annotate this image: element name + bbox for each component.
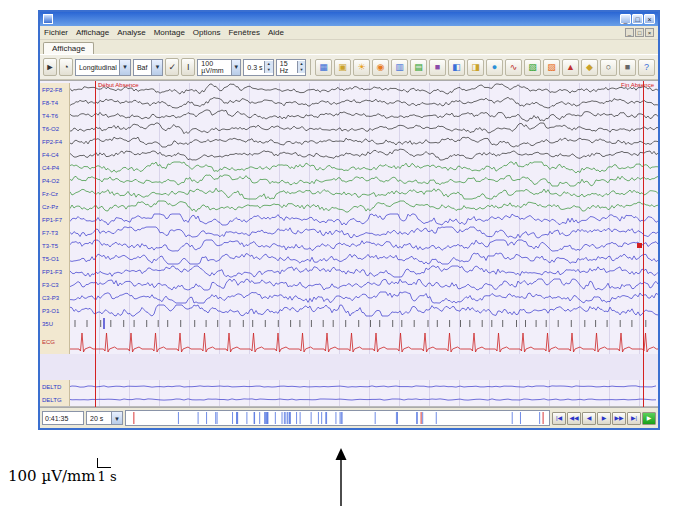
trace-area[interactable]: FP2-F8F8-T4T4-T6T6-O2FP2-F4F4-C4C4-P4P4-… [40,80,658,407]
waveform-C3-P3[interactable] [70,291,658,304]
montage-select[interactable]: Longitudinal ▼ [75,59,131,76]
globe-icon[interactable]: ● [486,59,503,76]
channel-label-T6-O2: T6-O2 [40,122,70,135]
flag-icon[interactable]: ◆ [581,59,598,76]
print-icon[interactable]: ■ [619,59,636,76]
waveform-35U[interactable] [70,317,658,330]
waveform-Fz-Cz[interactable] [70,187,658,200]
title-bar[interactable]: _ □ × [40,12,658,26]
spinner-arrows-icon[interactable]: ▲▼ [297,61,305,73]
waveform-trace-FP2-F8 [70,83,658,96]
channel-row-C4-P4: C4-P4 [40,161,658,174]
histogram-icon[interactable]: ▤ [410,59,427,76]
maximize-button[interactable]: □ [632,14,643,24]
waveform-F7-T3[interactable] [70,226,658,239]
time-scale-label: 1 s [97,469,116,484]
chevron-down-icon: ▼ [111,412,122,424]
waveform-T3-T5[interactable] [70,239,658,252]
filter-select[interactable]: Baf ▼ [133,59,163,76]
menu-item-analyse[interactable]: Analyse [117,28,145,37]
waveform-P3-O1[interactable] [70,304,658,317]
chevron-down-icon: ▼ [151,60,162,75]
channel-row-FP1-F3: FP1-F3 [40,265,658,278]
menu-item-options[interactable]: Options [193,28,221,37]
time-field[interactable]: 0:41:35 [42,411,84,425]
sensitivity-select[interactable]: 100 µV/mm ▼ [197,59,241,76]
clock-icon[interactable]: ◔ [59,58,73,76]
lamp-icon[interactable]: ◉ [372,59,389,76]
channel-label-FP2-F4: FP2-F4 [40,135,70,148]
tab-affichage[interactable]: Affichage [43,42,94,54]
page-back-button[interactable]: ◀ [582,412,596,425]
page-scale-select[interactable]: 20 s ▼ [86,411,123,425]
mdi-minimize-button[interactable]: _ [625,28,634,37]
waveform-FP2-F8[interactable] [70,83,658,96]
waveform-C4-P4[interactable] [70,161,658,174]
waveform-T6-O2[interactable] [70,122,658,135]
channel-label-F8-T4: F8-T4 [40,96,70,109]
brain-map-icon[interactable]: ▨ [543,59,560,76]
screen-layout-icon[interactable]: ▣ [334,59,351,76]
waveform-DELTD[interactable] [70,380,658,393]
slider-icon[interactable]: Ι [181,58,195,76]
page-fast-forward-button[interactable]: ▶▶ [612,412,626,425]
mdi-restore-button[interactable]: □ [635,28,644,37]
search-icon[interactable]: ○ [600,59,617,76]
waveform-ECG[interactable] [70,330,658,354]
page-last-button[interactable]: ▶| [627,412,641,425]
event-square-marker[interactable] [637,243,642,248]
waveform-F8-T4[interactable] [70,96,658,109]
channel-row-ECG: ECG [40,330,658,354]
page-first-button[interactable]: |◀ [552,412,566,425]
waveform-trace-P3-O1 [70,304,658,317]
check-icon[interactable]: ✓ [165,58,179,76]
menu-item-fenêtres[interactable]: Fenêtres [228,28,260,37]
channel-row-F7-T3: F7-T3 [40,226,658,239]
save-disk-icon[interactable]: ◨ [467,59,484,76]
timebase-spinner[interactable]: 0.3 s ▲▼ [243,59,273,76]
menu-item-fichier[interactable]: Fichier [44,28,68,37]
channel-row-T4-T6: T4-T6 [40,109,658,122]
page-forward-button[interactable]: ▶ [597,412,611,425]
menu-item-montage[interactable]: Montage [154,28,185,37]
grid-display-icon[interactable]: ▦ [315,59,332,76]
event-end-cursor[interactable] [643,81,644,407]
menu-item-aide[interactable]: Aide [268,28,284,37]
channel-label-DELTD: DELTD [40,380,70,393]
sun-icon[interactable]: ☀ [353,59,370,76]
toolbar: ► ◔ Longitudinal ▼ Baf ▼ ✓ Ι 100 µV/mm ▼… [40,54,658,80]
recording-overview-strip[interactable] [125,410,550,426]
wave-tool-icon[interactable]: ∿ [505,59,522,76]
mdi-close-button[interactable]: × [645,28,654,37]
close-button[interactable]: × [644,14,655,24]
help-icon[interactable]: ? [638,59,655,76]
waveform-trace-F4-C4 [70,148,658,161]
waveform-FP1-F3[interactable] [70,265,658,278]
waveform-T5-O1[interactable] [70,252,658,265]
event-start-cursor[interactable] [95,81,96,407]
waveform-F4-C4[interactable] [70,148,658,161]
waveform-FP1-F7[interactable] [70,213,658,226]
channel-label-Fz-Cz: Fz-Cz [40,187,70,200]
page-fast-back-button[interactable]: ◀◀ [567,412,581,425]
overview-ticks [126,411,549,425]
waveform-F3-C3[interactable] [70,278,658,291]
map-icon[interactable]: ▧ [524,59,541,76]
camera-icon[interactable]: ◧ [448,59,465,76]
minimize-button[interactable]: _ [620,14,631,24]
play-button[interactable]: ▶ [642,412,656,425]
columns-icon[interactable]: ▥ [391,59,408,76]
pointer-tool-button[interactable]: ► [43,58,57,76]
channel-row-DELTG: DELTG [40,393,658,406]
waveform-T4-T6[interactable] [70,109,658,122]
waveform-FP2-F4[interactable] [70,135,658,148]
spinner-arrows-icon[interactable]: ▲▼ [264,61,273,73]
highcut-spinner[interactable]: 15 Hz ▲▼ [276,59,306,76]
menu-item-affichage[interactable]: Affichage [76,28,109,37]
spike-marker-icon[interactable]: ▲ [562,59,579,76]
waveform-Cz-Pz[interactable] [70,200,658,213]
video-icon[interactable]: ■ [429,59,446,76]
channel-label-T4-T6: T4-T6 [40,109,70,122]
waveform-P4-O2[interactable] [70,174,658,187]
waveform-DELTG[interactable] [70,393,658,406]
